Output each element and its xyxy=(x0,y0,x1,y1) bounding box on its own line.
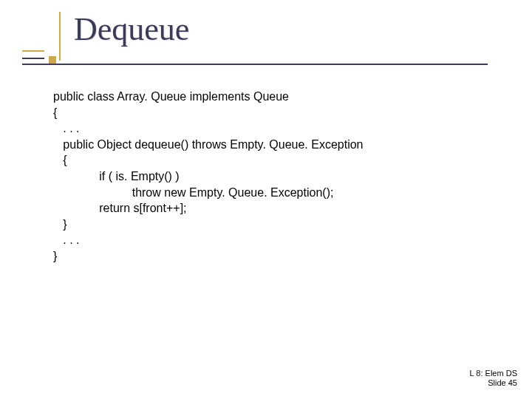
title-underline xyxy=(22,64,488,65)
accent-horizontal xyxy=(22,50,44,59)
code-body: public class Array. Queue implements Que… xyxy=(53,89,488,265)
accent-vertical xyxy=(59,12,61,61)
accent-square xyxy=(49,56,56,64)
footer: L 8: Elem DS Slide 45 xyxy=(470,369,517,389)
footer-line-1: L 8: Elem DS xyxy=(470,369,517,379)
title-block: Dequeue xyxy=(22,13,510,65)
slide: Dequeue public class Array. Queue implem… xyxy=(0,0,532,399)
slide-title: Dequeue xyxy=(74,10,189,48)
footer-line-2: Slide 45 xyxy=(470,378,517,389)
